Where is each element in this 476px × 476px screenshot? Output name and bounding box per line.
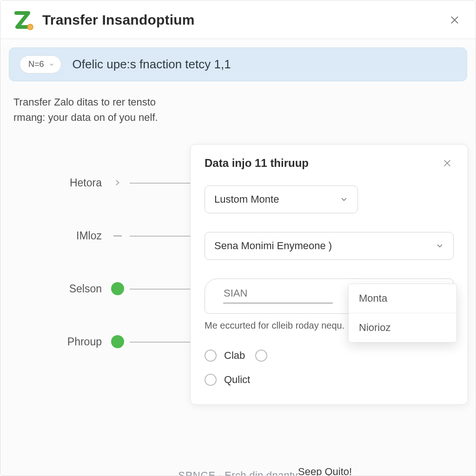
description-text: Transfer Zalo ditas to rer tensto rmang:…: [0, 81, 177, 128]
radio-option-empty[interactable]: [255, 350, 267, 362]
step-arrow-icon: [111, 179, 124, 186]
step-dot-marker: [111, 282, 124, 295]
radio-icon: [205, 350, 217, 362]
radio-icon: [255, 350, 267, 362]
footer-tail: Erch din dnanty: [225, 469, 298, 476]
title-left-group: Transfer Insandoptium: [12, 9, 195, 31]
chevron-down-icon: [340, 195, 348, 204]
select-hetora-value: Lustom Monte: [214, 193, 279, 205]
radio-row-1: Clab: [205, 350, 454, 362]
panel-title: Data injo 11 thiruup: [205, 157, 309, 170]
info-bar-text: Ofelic upe:s fnaction tetcy 1,1: [73, 57, 231, 72]
step-dot-marker: [111, 335, 124, 348]
step-row-hetora: Hetora: [13, 165, 190, 201]
radio-row-2: Qulict: [205, 374, 454, 386]
radio-icon: [205, 374, 217, 386]
radio-label: Clab: [224, 350, 245, 362]
app-logo-icon: [12, 9, 34, 31]
dropdown-option-niorioz[interactable]: Niorioz: [349, 313, 456, 342]
window-title: Transfer Insandoptium: [42, 12, 195, 28]
step-connector-line: [130, 342, 190, 343]
info-bar: N=6 Ofelic upe:s fnaction tetcy 1,1: [9, 47, 467, 81]
close-window-button[interactable]: [447, 12, 463, 28]
step-connector-line: [130, 236, 190, 237]
select-hetora[interactable]: Lustom Monte: [205, 185, 358, 213]
selson-input-value: SIAN: [224, 287, 247, 299]
input-underline: [223, 303, 333, 304]
radio-option-clab[interactable]: Clab: [205, 350, 245, 362]
footer-separator: ·: [219, 469, 225, 476]
app-window: Transfer Insandoptium N=6 Ofelic upe:s f…: [0, 0, 476, 476]
footer-brand: SPNCE: [178, 469, 216, 476]
page-footer: SPNCE · Erch din dnanty: [0, 469, 476, 476]
step-label: Hetora: [13, 177, 111, 189]
form-panel: Data injo 11 thiruup Lustom Monte Sena M…: [190, 144, 468, 405]
step-row-imloz: IMloz: [13, 218, 190, 254]
content-area: N=6 Ofelic upe:s fnaction tetcy 1,1 Tran…: [0, 47, 476, 476]
panel-close-button[interactable]: [441, 157, 454, 170]
step-list: Hetora IMloz Selson Phroup: [13, 165, 190, 360]
svg-point-0: [27, 24, 33, 30]
dropdown-option-label: Niorioz: [359, 322, 390, 333]
info-pill-dropdown[interactable]: N=6: [20, 55, 61, 73]
description-line-2: rmang: your data on of you nelf.: [13, 110, 164, 125]
close-icon: [450, 15, 459, 25]
chevron-down-icon: [436, 242, 444, 250]
dropdown-option-label: Monta: [359, 292, 387, 304]
select-imloz-value: Sena Monimi Enymeone ): [214, 240, 332, 252]
step-label: IMloz: [13, 230, 111, 242]
description-line-1: Transfer Zalo ditas to rer tensto: [13, 94, 164, 110]
info-pill-label: N=6: [28, 60, 44, 69]
step-line-marker: [111, 235, 124, 237]
step-label: Selson: [13, 283, 111, 295]
step-label: Phroup: [13, 336, 111, 348]
dropdown-option-monta[interactable]: Monta: [349, 284, 456, 313]
dropdown-popover: Monta Niorioz: [348, 284, 457, 343]
step-connector-line: [130, 289, 190, 290]
step-row-selson: Selson: [13, 271, 190, 307]
step-connector-line: [130, 183, 190, 184]
radio-option-qulict[interactable]: Qulict: [205, 374, 250, 386]
radio-group: Clab Qulict: [205, 350, 454, 386]
field-hetora: Lustom Monte: [205, 185, 454, 213]
field-phroup: Clab Qulict: [205, 350, 454, 386]
select-imloz[interactable]: Sena Monimi Enymeone ): [205, 232, 454, 260]
title-bar: Transfer Insandoptium: [0, 0, 476, 39]
panel-header: Data injo 11 thiruup: [205, 157, 454, 170]
step-row-phroup: Phroup: [13, 324, 190, 360]
radio-label: Qulict: [224, 374, 250, 386]
close-icon: [443, 159, 451, 167]
chevron-down-icon: [49, 62, 54, 67]
field-imloz: Sena Monimi Enymeone ): [205, 232, 454, 260]
